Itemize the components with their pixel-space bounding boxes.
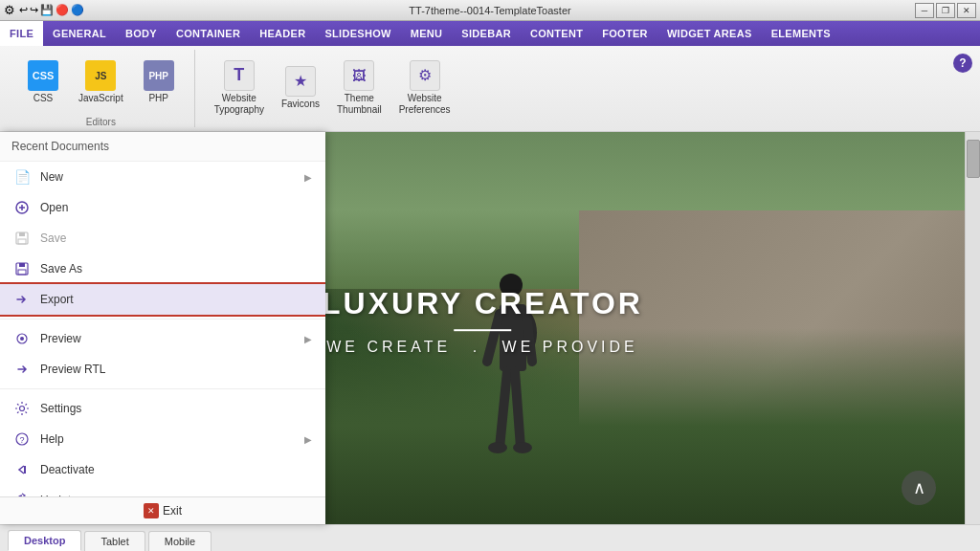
nav-item-widget-areas[interactable]: WIDGET AREAS — [657, 21, 762, 46]
export-label: Export — [40, 293, 74, 306]
new-icon: 📄 — [13, 168, 31, 186]
menu-item-updates[interactable]: Updates — [0, 485, 325, 496]
nav-item-elements[interactable]: ELEMENTS — [762, 21, 840, 46]
app-icon: ⚙ — [4, 3, 15, 17]
top-nav: FILE GENERAL BODY CONTAINER HEADER SLIDE… — [0, 21, 980, 46]
preview-rtl-icon — [13, 361, 31, 378]
preview-rtl-label: Preview RTL — [40, 363, 105, 376]
nav-item-slideshow[interactable]: SLIDESHOW — [315, 21, 400, 46]
nav-item-general[interactable]: GENERAL — [43, 21, 116, 46]
website-typography-button[interactable]: T WebsiteTypography — [209, 56, 270, 120]
preview-title: LUXURY CREATOR — [319, 286, 646, 321]
help-menu-icon: ? — [13, 430, 31, 448]
menu-item-preview[interactable]: Preview ▶ — [0, 323, 325, 354]
deactivate-label: Deactivate — [40, 463, 95, 476]
thumbnail-label: ThemeThumbnail — [337, 93, 382, 116]
nav-item-menu[interactable]: MENU — [401, 21, 453, 46]
separator-1 — [0, 319, 325, 320]
nav-item-container[interactable]: CONTAINER — [167, 21, 250, 46]
window-title: TT-7theme--0014-TemplateToaster — [409, 5, 570, 16]
separator-2 — [0, 388, 325, 389]
menu-item-deactivate[interactable]: Deactivate — [0, 454, 325, 485]
save-as-icon — [13, 260, 31, 277]
typography-icon: T — [224, 60, 255, 91]
svg-point-9 — [20, 407, 25, 411]
exit-label: Exit — [163, 504, 182, 518]
help-button[interactable]: ? — [953, 54, 972, 73]
settings-icon — [13, 400, 31, 417]
javascript-button[interactable]: JS JavaScript — [73, 56, 129, 108]
menu-item-preview-rtl[interactable]: Preview RTL — [0, 354, 325, 385]
tab-tablet[interactable]: Tablet — [84, 531, 145, 551]
menu-item-save[interactable]: Save — [0, 223, 325, 253]
menu-items-list: 📄 New ▶ Open Save Save As — [0, 162, 325, 496]
nav-item-header[interactable]: HEADER — [250, 21, 315, 46]
nav-item-sidebar[interactable]: SIDEBAR — [452, 21, 521, 46]
title-bar-left: ⚙ ↩ ↪ 💾 🔴 🔵 — [4, 3, 84, 17]
menu-item-new[interactable]: 📄 New ▶ — [0, 162, 325, 192]
menu-item-export[interactable]: Export — [0, 284, 325, 315]
preferences-label: WebsitePreferences — [399, 93, 451, 116]
nav-item-body[interactable]: BODY — [116, 21, 167, 46]
new-label: New — [40, 170, 63, 184]
svg-line-19 — [500, 371, 507, 448]
svg-point-22 — [513, 442, 532, 453]
php-label: PHP — [148, 93, 168, 104]
vertical-scrollbar[interactable] — [965, 132, 980, 524]
nav-item-footer[interactable]: FOOTER — [592, 21, 657, 46]
nav-item-file[interactable]: FILE — [0, 21, 43, 46]
javascript-icon: JS — [85, 60, 116, 91]
updates-label: Updates — [40, 494, 83, 496]
save-as-label: Save As — [40, 262, 82, 276]
deactivate-icon — [13, 461, 31, 478]
editors-buttons: CSS CSS JS JavaScript PHP PHP — [19, 50, 183, 115]
menu-item-settings[interactable]: Settings — [0, 393, 325, 424]
updates-icon — [13, 492, 31, 496]
close-button[interactable]: ✕ — [957, 3, 976, 18]
preview-text-overlay: LUXURY CREATOR WE CREATE . WE PROVIDE — [319, 286, 646, 356]
preview-arrow: ▶ — [304, 334, 312, 344]
nav-item-content[interactable]: CONTENT — [521, 21, 592, 46]
favicons-button[interactable]: ★ Favicons — [276, 62, 325, 114]
scroll-up-button[interactable]: ∧ — [902, 471, 936, 505]
open-icon — [13, 199, 31, 216]
preview-icon — [13, 330, 31, 347]
menu-item-save-as[interactable]: Save As — [0, 253, 325, 284]
css-icon: CSS — [28, 60, 58, 91]
subtitle-dot: . — [473, 339, 480, 355]
bottom-tabs: Desktop Tablet Mobile — [0, 524, 980, 551]
title-bar: ⚙ ↩ ↪ 💾 🔴 🔵 TT-7theme--0014-TemplateToas… — [0, 0, 980, 21]
exit-icon: ✕ — [144, 503, 159, 518]
exit-button[interactable]: ✕ Exit — [0, 496, 325, 524]
help-arrow: ▶ — [304, 434, 312, 445]
css-button[interactable]: CSS CSS — [19, 56, 67, 108]
open-label: Open — [40, 201, 68, 214]
theme-thumbnail-button[interactable]: 🖼 ThemeThumbnail — [331, 56, 388, 120]
file-menu: Recent Documents 📄 New ▶ Open Save — [0, 132, 325, 524]
svg-rect-12 — [24, 466, 26, 474]
tools-buttons: T WebsiteTypography ★ Favicons 🖼 ThemeTh… — [209, 50, 457, 125]
php-button[interactable]: PHP PHP — [135, 56, 183, 108]
svg-point-8 — [20, 337, 24, 341]
scrollbar-thumb[interactable] — [967, 140, 980, 178]
main-area: Recent Documents 📄 New ▶ Open Save — [0, 132, 980, 524]
restore-button[interactable]: ❐ — [936, 3, 955, 18]
svg-rect-6 — [18, 270, 26, 275]
preview-label: Preview — [40, 332, 81, 345]
ribbon-group-tools: T WebsiteTypography ★ Favicons 🖼 ThemeTh… — [197, 50, 468, 127]
export-icon — [13, 291, 31, 308]
tab-desktop[interactable]: Desktop — [8, 530, 81, 551]
minimize-button[interactable]: ─ — [915, 3, 934, 18]
menu-item-help[interactable]: ? Help ▶ — [0, 424, 325, 454]
website-preferences-button[interactable]: ⚙ WebsitePreferences — [393, 56, 457, 120]
window-controls: ─ ❐ ✕ — [915, 3, 976, 18]
subtitle-part2: WE PROVIDE — [502, 339, 638, 355]
new-arrow: ▶ — [304, 172, 312, 183]
svg-rect-5 — [19, 263, 25, 267]
ribbon: CSS CSS JS JavaScript PHP PHP Editors — [0, 46, 980, 132]
javascript-label: JavaScript — [78, 93, 123, 104]
tab-mobile[interactable]: Mobile — [148, 531, 212, 551]
svg-point-21 — [488, 442, 507, 453]
save-icon — [13, 230, 31, 247]
menu-item-open[interactable]: Open — [0, 192, 325, 223]
